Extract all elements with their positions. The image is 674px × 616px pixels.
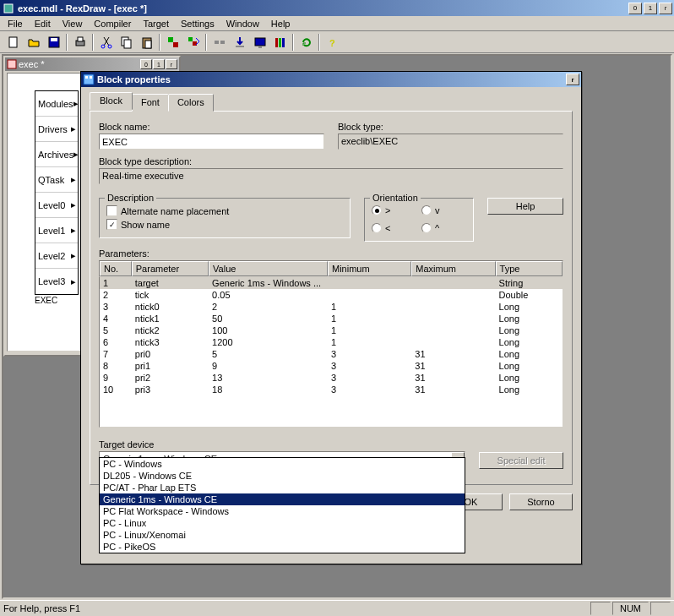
dropdown-option[interactable]: PC - Windows	[100, 458, 465, 470]
menubar: File Edit View Compiler Target Settings …	[0, 16, 674, 31]
dropdown-option[interactable]: DL205 - Windows CE	[100, 470, 465, 482]
svg-rect-16	[215, 41, 219, 44]
port-modules[interactable]: Modules▸	[35, 91, 78, 117]
port-level1[interactable]: Level1▸	[35, 218, 78, 243]
exec-block[interactable]: Modules▸ Drivers▸ Archives▸ QTask▸ Level…	[35, 90, 79, 295]
th-no[interactable]: No.	[100, 261, 132, 276]
dialog-titlebar[interactable]: Block properties r	[81, 72, 581, 87]
open-icon[interactable]	[24, 33, 43, 52]
refresh-icon[interactable]	[296, 33, 316, 52]
label-block-type: Block type:	[338, 122, 563, 132]
compile-run-icon[interactable]	[183, 33, 203, 52]
paste-icon[interactable]	[137, 33, 156, 52]
svg-rect-19	[255, 38, 265, 46]
save-icon[interactable]	[44, 33, 63, 52]
table-row[interactable]: 8pri19331Long	[100, 360, 563, 372]
table-row[interactable]: 4ntick1501Long	[100, 313, 563, 324]
table-row[interactable]: 9pri213331Long	[100, 372, 563, 384]
table-row[interactable]: 3ntick021Long	[100, 301, 563, 313]
minimize-button[interactable]: 0	[628, 3, 642, 14]
menu-edit[interactable]: Edit	[29, 17, 57, 30]
help-button[interactable]: Help	[487, 198, 563, 215]
show-name-label: Show name	[121, 220, 170, 230]
menu-window[interactable]: Window	[220, 17, 265, 30]
table-row[interactable]: 10pri318331Long	[100, 384, 563, 395]
menu-view[interactable]: View	[57, 17, 89, 30]
orientation-legend: Orientation	[370, 193, 421, 203]
tab-colors[interactable]: Colors	[168, 94, 214, 112]
dropdown-option[interactable]: Generic 1ms - Windows CE	[100, 493, 465, 505]
svg-rect-5	[78, 37, 83, 41]
dropdown-option[interactable]: PC/AT - Phar Lap ETS	[100, 482, 465, 493]
window-title: exec.mdl - RexDraw - [exec *]	[18, 3, 627, 14]
library-icon[interactable]	[270, 33, 290, 52]
tab-font[interactable]: Font	[132, 94, 169, 112]
table-row[interactable]: 1targetGeneric 1ms - Windows ...String	[100, 277, 563, 289]
port-qtask[interactable]: QTask▸	[35, 167, 78, 193]
status-message: For Help, press F1	[3, 603, 589, 613]
block-type-value: execlib\EXEC	[338, 134, 563, 150]
th-parameter[interactable]: Parameter	[132, 261, 209, 276]
alt-placement-checkbox[interactable]	[106, 205, 117, 216]
cut-icon[interactable]	[96, 33, 116, 52]
svg-rect-9	[124, 40, 131, 48]
statusbar: For Help, press F1 NUM	[0, 600, 674, 616]
print-icon[interactable]	[70, 33, 90, 52]
dropdown-option[interactable]: PC - Linux	[100, 517, 465, 529]
port-drivers[interactable]: Drivers▸	[35, 117, 78, 142]
svg-rect-21	[275, 38, 278, 47]
label-type-desc: Block type description:	[99, 156, 563, 166]
type-desc-value: Real-time executive	[99, 168, 563, 184]
table-row[interactable]: 7pri05331Long	[100, 348, 563, 360]
port-archives[interactable]: Archives▸	[35, 142, 78, 167]
storno-button[interactable]: Storno	[509, 493, 573, 510]
svg-rect-13	[173, 42, 178, 47]
help-icon[interactable]: ?	[323, 33, 342, 52]
dropdown-option[interactable]: PC Flat Workspace - Windows	[100, 505, 465, 517]
close-button[interactable]: r	[659, 3, 672, 14]
dropdown-option[interactable]: PC - PikeOS	[100, 541, 465, 553]
menu-compiler[interactable]: Compiler	[88, 17, 137, 30]
th-type[interactable]: Type	[496, 261, 563, 276]
tab-block[interactable]: Block	[90, 92, 133, 110]
child-maximize-button[interactable]: 1	[153, 59, 165, 69]
port-level3[interactable]: Level3▸	[35, 269, 78, 294]
params-table: No. Parameter Value Minimum Maximum Type…	[99, 260, 563, 428]
tab-panel-block: Block name: Block type: execlib\EXEC Blo…	[90, 111, 573, 485]
menu-file[interactable]: File	[2, 17, 29, 30]
connect-icon[interactable]	[209, 33, 229, 52]
show-name-checkbox[interactable]: ✓	[106, 219, 117, 230]
toolbar: ?	[0, 31, 674, 53]
th-minimum[interactable]: Minimum	[328, 261, 411, 276]
app-icon	[2, 2, 15, 15]
port-level0[interactable]: Level0▸	[35, 193, 78, 218]
port-level2[interactable]: Level2▸	[35, 243, 78, 269]
child-minimize-button[interactable]: 0	[140, 59, 152, 69]
orient-down-radio[interactable]	[421, 205, 432, 215]
svg-rect-20	[258, 46, 262, 48]
orient-right-radio[interactable]	[372, 205, 382, 215]
dialog-close-button[interactable]: r	[566, 74, 579, 85]
menu-help[interactable]: Help	[265, 17, 296, 30]
th-maximum[interactable]: Maximum	[411, 261, 495, 276]
svg-rect-22	[279, 38, 281, 47]
new-icon[interactable]	[3, 33, 23, 52]
th-value[interactable]: Value	[209, 261, 328, 276]
table-row[interactable]: 6ntick312001Long	[100, 336, 563, 348]
table-row[interactable]: 2tick0.05Double	[100, 289, 563, 301]
orient-up-radio[interactable]	[421, 223, 432, 233]
menu-target[interactable]: Target	[137, 17, 175, 30]
copy-icon[interactable]	[117, 33, 136, 52]
block-name-input[interactable]	[99, 134, 324, 150]
orient-left-radio[interactable]	[372, 223, 382, 233]
monitor-icon[interactable]	[250, 33, 269, 52]
child-close-button[interactable]: r	[166, 59, 177, 69]
compile-icon[interactable]	[163, 33, 182, 52]
table-row[interactable]: 5ntick21001Long	[100, 324, 563, 336]
menu-settings[interactable]: Settings	[175, 17, 220, 30]
download-icon[interactable]	[230, 33, 249, 52]
dropdown-option[interactable]: PC - Linux/Xenomai	[100, 529, 465, 541]
maximize-button[interactable]: 1	[644, 3, 657, 14]
svg-rect-28	[90, 76, 92, 79]
svg-rect-0	[4, 4, 13, 13]
